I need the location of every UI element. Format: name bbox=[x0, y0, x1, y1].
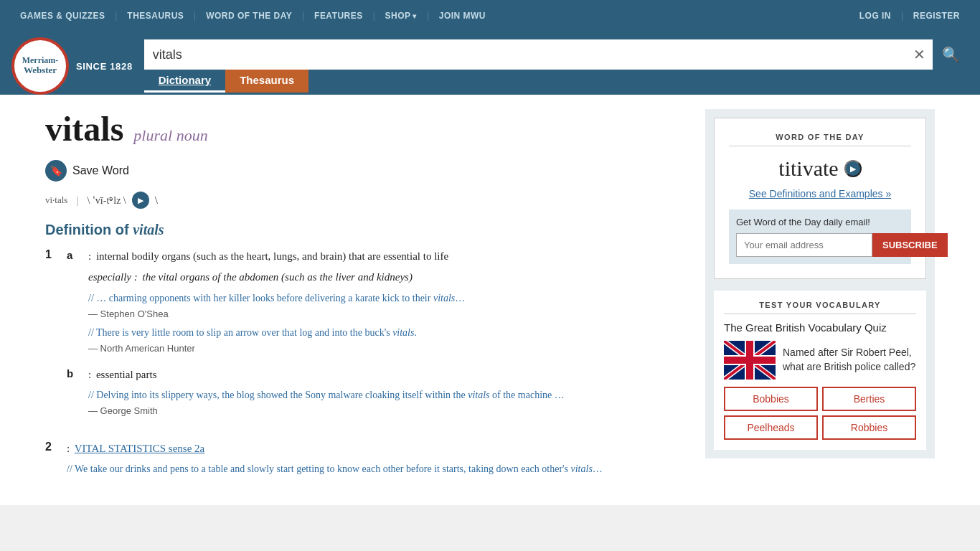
def-1a-quote-2: // There is very little room to slip an … bbox=[88, 325, 465, 340]
wotd-audio-icon: ▶ bbox=[850, 164, 856, 174]
vocab-answer-berties[interactable]: Berties bbox=[822, 387, 916, 411]
search-tabs: Dictionary Thesaurus bbox=[144, 70, 969, 93]
vocab-divider bbox=[724, 314, 916, 314]
pron-close-bracket: \ bbox=[155, 194, 158, 207]
syllables: vi·tals bbox=[45, 194, 67, 206]
search-input[interactable] bbox=[144, 47, 906, 62]
definition-entry-1: 1 a : internal bodily organs (such as th… bbox=[45, 248, 691, 429]
pronunciation-text: \ ˈvī-tᵊlz \ bbox=[87, 194, 126, 207]
uk-flag-image bbox=[724, 341, 776, 380]
search-icon: 🔍 bbox=[942, 46, 960, 63]
vocab-label: TEST YOUR VOCABULARY bbox=[714, 291, 926, 314]
wotd-email-input[interactable] bbox=[736, 233, 872, 257]
def-1b-content: : essential parts // Delving into its sl… bbox=[88, 367, 565, 422]
nav-features[interactable]: FEATURES bbox=[306, 11, 372, 21]
wotd-audio-button[interactable]: ▶ bbox=[844, 160, 862, 177]
def-1b: b : essential parts // Delving into its … bbox=[67, 367, 691, 422]
def-1a-source-1: — Stephen O'Shea bbox=[88, 309, 465, 319]
definition-header-prefix: Definition of bbox=[45, 222, 133, 237]
bookmark-icon: 🔖 bbox=[45, 160, 67, 182]
wotd-word-row: titivate ▶ bbox=[729, 156, 911, 181]
nav-divider-5: | bbox=[425, 10, 430, 22]
def-1a-content: : internal bodily organs (such as the he… bbox=[88, 248, 465, 359]
chevron-down-icon: ▾ bbox=[413, 12, 416, 20]
nav-register[interactable]: REGISTER bbox=[905, 11, 969, 21]
def-1b-source-1: — George Smith bbox=[88, 405, 565, 416]
nav-divider-2: | bbox=[192, 10, 197, 22]
site-logo[interactable]: Merriam- Webster bbox=[11, 37, 69, 95]
search-bar: ✕ 🔍 bbox=[144, 39, 969, 70]
sidebar-background: WORD OF THE DAY titivate ▶ See Definitio… bbox=[705, 109, 935, 458]
def-body-2: : VITAL STATISTICS sense 2a // We take o… bbox=[67, 441, 691, 479]
wotd-label: WORD OF THE DAY bbox=[729, 133, 911, 141]
def-body-1: a : internal bodily organs (such as the … bbox=[67, 248, 691, 429]
nav-word-of-day[interactable]: WORD OF THE DAY bbox=[197, 11, 301, 21]
vocab-answer-robbies[interactable]: Robbies bbox=[822, 415, 916, 440]
vocab-answers-grid: Bobbies Berties Peelheads Robbies bbox=[714, 387, 926, 450]
wotd-email-label: Get Word of the Day daily email! bbox=[736, 217, 904, 227]
vocab-quiz-title: The Great British Vocabulary Quiz bbox=[714, 321, 926, 341]
logo-area: Merriam- Webster SINCE 1828 bbox=[11, 37, 133, 95]
save-word-button[interactable]: 🔖 Save Word bbox=[45, 160, 129, 182]
site-header: Merriam- Webster SINCE 1828 ✕ 🔍 Dictiona… bbox=[0, 32, 980, 95]
word-part-of-speech: plural noun bbox=[133, 126, 207, 145]
nav-divider-3: | bbox=[301, 10, 306, 22]
since-text: SINCE 1828 bbox=[76, 61, 133, 72]
def-1b-quote-1: // Delving into its slippery ways, the b… bbox=[88, 387, 565, 402]
definition-header-word: vitals bbox=[133, 222, 164, 237]
def-1a-quote-1: // … charming opponents with her killer … bbox=[88, 291, 465, 306]
content-column: vitals plural noun 🔖 Save Word vi·tals |… bbox=[45, 109, 691, 491]
save-word-label: Save Word bbox=[72, 164, 129, 177]
def-2-text: : VITAL STATISTICS sense 2a bbox=[67, 441, 691, 457]
def-number-2: 2 bbox=[45, 441, 60, 479]
pron-divider: | bbox=[76, 194, 78, 207]
wotd-word-text: titivate bbox=[778, 156, 838, 181]
def-1a-especially: especially : the vital organs of the abd… bbox=[88, 269, 465, 286]
vocab-flag-row: Named after Sir Robert Peel, what are Br… bbox=[714, 341, 926, 387]
tab-dictionary[interactable]: Dictionary bbox=[144, 70, 225, 93]
nav-divider-1: | bbox=[114, 10, 119, 22]
def-1a-source-2: — North American Hunter bbox=[88, 343, 465, 354]
def-2-quote-1: // We take our drinks and pens to a tabl… bbox=[67, 461, 691, 476]
wotd-see-definitions-link[interactable]: See Definitions and Examples » bbox=[729, 188, 911, 199]
audio-icon: ▶ bbox=[138, 196, 143, 205]
vocabulary-quiz-box: TEST YOUR VOCABULARY The Great British V… bbox=[714, 291, 926, 450]
wotd-subscribe-button[interactable]: SUBSCRIBE bbox=[872, 233, 948, 257]
def-1a-text: : internal bodily organs (such as the he… bbox=[88, 248, 465, 265]
nav-shop[interactable]: SHOP ▾ bbox=[377, 11, 425, 21]
wotd-email-row: SUBSCRIBE bbox=[736, 233, 904, 257]
vocab-question-text: Named after Sir Robert Peel, what are Br… bbox=[783, 346, 916, 374]
def-number-1: 1 bbox=[45, 248, 60, 429]
nav-divider-4: | bbox=[372, 10, 377, 22]
nav-thesaurus[interactable]: THESAURUS bbox=[118, 11, 192, 21]
def-1a: a : internal bodily organs (such as the … bbox=[67, 248, 691, 359]
search-clear-button[interactable]: ✕ bbox=[906, 46, 933, 63]
nav-join[interactable]: JOIN MWU bbox=[430, 11, 494, 21]
pronunciation-row: vi·tals | \ ˈvī-tᵊlz \ ▶ \ bbox=[45, 192, 691, 209]
definition-entry-2: 2 : VITAL STATISTICS sense 2a // We take… bbox=[45, 441, 691, 479]
nav-divider-6: | bbox=[900, 10, 905, 22]
pronunciation-audio-button[interactable]: ▶ bbox=[132, 192, 149, 209]
def-letter-a: a bbox=[67, 249, 81, 359]
word-of-the-day-box: WORD OF THE DAY titivate ▶ See Definitio… bbox=[714, 118, 926, 279]
search-area: ✕ 🔍 Dictionary Thesaurus bbox=[144, 39, 969, 93]
nav-games[interactable]: GAMES & QUIZZES bbox=[11, 11, 114, 21]
def-letter-b: b bbox=[67, 367, 81, 422]
vocab-answer-bobbies[interactable]: Bobbies bbox=[724, 387, 818, 411]
wotd-email-section: Get Word of the Day daily email! SUBSCRI… bbox=[729, 209, 911, 264]
def-1b-text: : essential parts bbox=[88, 367, 565, 383]
definition-header: Definition of vitals bbox=[45, 222, 691, 238]
vital-statistics-link[interactable]: VITAL STATISTICS sense 2a bbox=[75, 443, 205, 454]
tab-thesaurus[interactable]: Thesaurus bbox=[225, 70, 308, 93]
svg-rect-8 bbox=[724, 357, 776, 364]
word-title-row: vitals plural noun bbox=[45, 109, 691, 149]
sidebar: WORD OF THE DAY titivate ▶ See Definitio… bbox=[705, 109, 935, 491]
logo-text-webster: Webster bbox=[24, 65, 57, 75]
search-submit-button[interactable]: 🔍 bbox=[933, 39, 969, 70]
vocab-answer-peelheads[interactable]: Peelheads bbox=[724, 415, 818, 440]
top-navigation: GAMES & QUIZZES | THESAURUS | WORD OF TH… bbox=[0, 0, 980, 32]
nav-login[interactable]: LOG IN bbox=[851, 11, 900, 21]
wotd-divider bbox=[729, 146, 911, 146]
uk-flag-svg bbox=[724, 341, 776, 380]
word-headword: vitals bbox=[45, 109, 123, 149]
